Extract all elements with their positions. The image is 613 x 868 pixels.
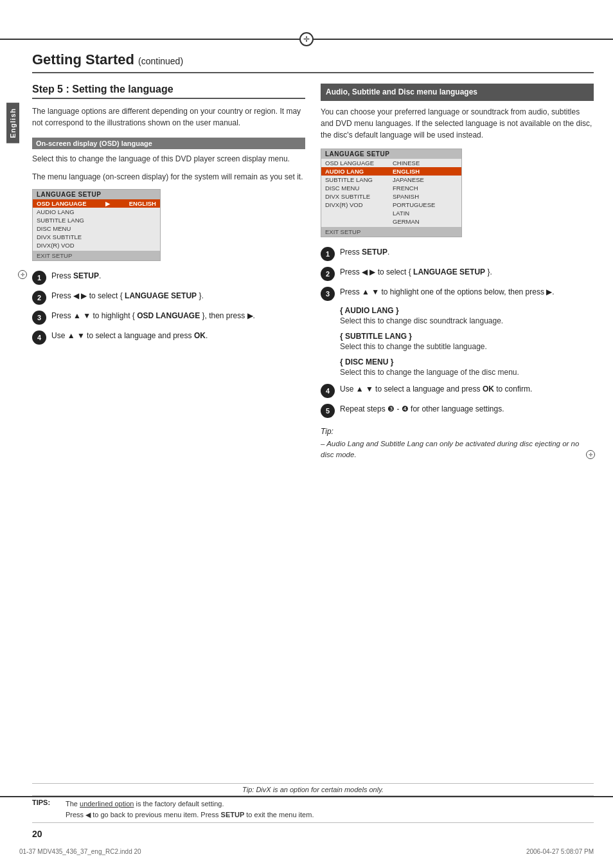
- osd-lang-exit: EXIT SETUP: [33, 251, 160, 260]
- osd-lang-row-subtitle: SUBTITLE LANG: [33, 216, 160, 224]
- disc-menu-section: { DISC MENU } Select this to change the …: [340, 357, 594, 378]
- tips-line2: Press ◀ to go back to previous menu item…: [66, 809, 594, 820]
- left-step-2: 2 Press ◀ ▶ to select { LANGUAGE SETUP }…: [32, 290, 305, 305]
- subtitle-lang-section: { SUBTITLE LANG } Select this to change …: [340, 332, 594, 352]
- audio-lang-row-audio: AUDIO LANG ENGLISH: [321, 167, 461, 176]
- bottom-tip-main-text: Tip: DivX is an option for certain model…: [242, 786, 384, 793]
- tips-content: The underlined option is the factory def…: [66, 799, 594, 820]
- audio-lang-setup-title: LANGUAGE SETUP: [321, 149, 461, 159]
- right-step-1: 1 Press SETUP.: [321, 246, 594, 261]
- disc-menu-desc: Select this to change the language of th…: [340, 366, 594, 378]
- page-title: Getting Started (continued): [32, 51, 594, 73]
- audio-lang-section: { AUDIO LANG } Select this to change dis…: [340, 306, 594, 327]
- top-circle-icon: [299, 32, 314, 46]
- osd-lang-row-divx-vod: DIVX(R) VOD: [33, 241, 160, 249]
- osd-lang-setup-box: LANGUAGE SETUP OSD LANGUAGE ▶ ENGLISH AU…: [32, 189, 161, 261]
- right-step-5: 5 Repeat steps ❸ - ❹ for other language …: [321, 403, 594, 418]
- tip-text: – Audio Lang and Subtitle Lang can only …: [321, 439, 594, 461]
- disc-menu-title: { DISC MENU }: [340, 357, 594, 366]
- bottom-tip-bar: Tip: DivX is an option for certain model…: [32, 783, 594, 823]
- right-step-4: 4 Use ▲ ▼ to select a language and press…: [321, 383, 594, 398]
- main-content: Getting Started (continued) Step 5 : Set…: [32, 51, 594, 791]
- subtitle-lang-title: { SUBTITLE LANG }: [340, 332, 594, 341]
- left-step-4: 4 Use ▲ ▼ to select a language and press…: [32, 330, 305, 345]
- osd-lang-setup-title: LANGUAGE SETUP: [33, 190, 160, 199]
- bottom-tip-main: Tip: DivX is an option for certain model…: [32, 784, 594, 796]
- right-steps-list: 1 Press SETUP. 2 Press ◀ ▶ to select { L…: [321, 246, 594, 301]
- audio-lang-row-subtitle: SUBTITLE LANG JAPANESE: [321, 176, 461, 184]
- osd-lang-row-osd: OSD LANGUAGE ▶ ENGLISH: [33, 199, 160, 208]
- right-step-2: 2 Press ◀ ▶ to select { LANGUAGE SETUP }…: [321, 266, 594, 281]
- intro-text: The language options are different depen…: [32, 105, 305, 129]
- right-steps-list-2: 4 Use ▲ ▼ to select a language and press…: [321, 383, 594, 418]
- tip-section: Tip: – Audio Lang and Subtitle Lang can …: [321, 427, 594, 461]
- title-continued: (continued): [138, 56, 183, 66]
- right-step-3: 3 Press ▲ ▼ to highlight one of the opti…: [321, 286, 594, 301]
- audio-lang-row-osd: OSD LANGUAGE CHINESE: [321, 159, 461, 167]
- page-number: 20: [32, 829, 42, 839]
- tip-label: Tip:: [321, 427, 594, 436]
- osd-desc1: Select this to change the language of th…: [32, 153, 305, 165]
- right-column: Audio, Subtitle and Disc menu languages …: [321, 84, 594, 460]
- audio-desc: You can choose your preferred language o…: [321, 106, 594, 141]
- audio-lang-exit: EXIT SETUP: [321, 227, 461, 237]
- tips-label: TIPS:: [32, 799, 60, 806]
- sidebar-language-label: English: [6, 103, 19, 143]
- left-column: Step 5 : Setting the language The langua…: [32, 84, 305, 460]
- audio-lang-title: { AUDIO LANG }: [340, 306, 594, 315]
- osd-lang-row-divx-sub: DIVX SUBTITLE: [33, 233, 160, 241]
- left-steps-list: 1 Press SETUP. 2 Press ◀ ▶ to select { L…: [32, 270, 305, 345]
- subtitle-lang-desc: Select this to change the subtitle langu…: [340, 341, 594, 352]
- footer-info: 01-37 MDV435_436_37_eng_RC2.indd 20 2006…: [0, 848, 613, 855]
- bottom-tips-row: TIPS: The underlined option is the facto…: [32, 796, 594, 822]
- osd-section-label: On-screen display (OSD) language: [32, 138, 305, 149]
- left-binding-circle-icon: [18, 270, 27, 279]
- tips-line1: The underlined option is the factory def…: [66, 799, 594, 809]
- audio-lang-row-divx-sub: DIVX SUBTITLE SPANISH: [321, 192, 461, 201]
- footer-date: 2006-04-27 5:08:07 PM: [526, 848, 594, 855]
- audio-lang-row-disc: DISC MENU FRENCH: [321, 184, 461, 192]
- audio-lang-row-latin: LATIN: [321, 209, 461, 217]
- osd-lang-row-disc: DISC MENU: [33, 224, 160, 233]
- osd-desc2: The menu language (on-screen display) fo…: [32, 171, 305, 183]
- two-column-layout: Step 5 : Setting the language The langua…: [32, 84, 594, 460]
- page-wrapper: English Getting Started (continued) Step…: [0, 0, 613, 868]
- left-step-3: 3 Press ▲ ▼ to highlight { OSD LANGUAGE …: [32, 310, 305, 325]
- footer-file: 01-37 MDV435_436_37_eng_RC2.indd 20: [19, 848, 141, 855]
- title-text: Getting Started: [32, 51, 134, 68]
- audio-lang-row-divx-vod: DIVX(R) VOD PORTUGUESE: [321, 201, 461, 209]
- osd-lang-row-audio: AUDIO LANG: [33, 208, 160, 216]
- left-step-1: 1 Press SETUP.: [32, 270, 305, 285]
- audio-lang-setup-box: LANGUAGE SETUP OSD LANGUAGE CHINESE AUDI…: [321, 149, 462, 237]
- audio-lang-row-german: GERMAN: [321, 217, 461, 226]
- audio-header: Audio, Subtitle and Disc menu languages: [321, 84, 594, 101]
- audio-lang-desc: Select this to change disc soundtrack la…: [340, 315, 594, 327]
- sub-sections: { AUDIO LANG } Select this to change dis…: [340, 306, 594, 378]
- step-heading: Step 5 : Setting the language: [32, 84, 305, 99]
